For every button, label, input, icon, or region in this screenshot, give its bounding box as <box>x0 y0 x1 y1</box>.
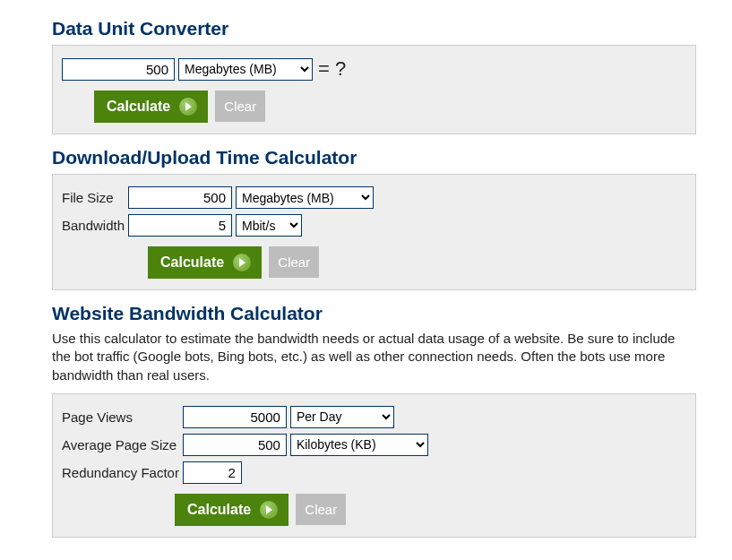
converter-clear-button[interactable]: Clear <box>215 90 265 122</box>
page-views-unit-select[interactable]: Per Day <box>290 406 394 428</box>
time-panel: File Size Megabytes (MB) Bandwidth Mbit/… <box>52 174 696 290</box>
time-title: Download/Upload Time Calculator <box>52 147 696 168</box>
website-desc: Use this calculator to estimate the band… <box>52 330 696 384</box>
avg-page-size-input[interactable] <box>183 434 287 456</box>
calculate-label: Calculate <box>160 254 224 271</box>
converter-panel: Megabytes (MB) = ? Calculate Clear <box>52 45 696 134</box>
avg-page-size-label: Average Page Size <box>62 431 183 459</box>
website-calculate-button[interactable]: Calculate <box>175 494 288 526</box>
play-icon <box>260 501 278 519</box>
converter-value-input[interactable] <box>62 58 175 81</box>
website-title: Website Bandwidth Calculator <box>52 303 696 324</box>
converter-calculate-button[interactable]: Calculate <box>94 90 208 123</box>
bandwidth-unit-select[interactable]: Mbit/s <box>236 214 302 237</box>
bandwidth-label: Bandwidth <box>62 211 128 239</box>
calculate-label: Calculate <box>107 99 170 115</box>
page-views-label: Page Views <box>62 403 183 431</box>
avg-page-size-unit-select[interactable]: Kilobytes (KB) <box>290 434 428 456</box>
converter-unit-select[interactable]: Megabytes (MB) <box>178 58 313 81</box>
play-icon <box>179 98 197 116</box>
file-size-input[interactable] <box>128 186 232 209</box>
converter-equals: = ? <box>316 57 346 80</box>
website-clear-button[interactable]: Clear <box>296 494 346 525</box>
time-calculate-button[interactable]: Calculate <box>148 246 262 279</box>
play-icon <box>233 254 251 271</box>
calculate-label: Calculate <box>187 502 251 518</box>
page-views-input[interactable] <box>183 406 287 428</box>
file-size-label: File Size <box>62 184 128 211</box>
converter-title: Data Unit Converter <box>52 18 696 39</box>
redundancy-input[interactable] <box>183 461 242 484</box>
time-clear-button[interactable]: Clear <box>269 246 319 278</box>
website-panel: Page Views Per Day Average Page Size Kil… <box>52 393 696 538</box>
file-size-unit-select[interactable]: Megabytes (MB) <box>236 186 374 209</box>
bandwidth-input[interactable] <box>128 214 232 237</box>
redundancy-label: Redundancy Factor <box>62 459 183 487</box>
